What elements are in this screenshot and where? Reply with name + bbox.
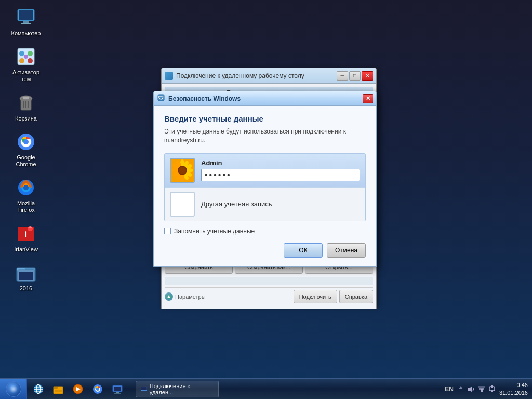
admin-avatar	[170, 158, 195, 183]
rdp-params-area[interactable]: Параметры	[165, 292, 206, 301]
rdp-params-icon	[165, 292, 173, 301]
security-titlebar: 🛡 Безопасность Windows ✕	[154, 91, 376, 106]
svg-marker-68	[459, 386, 463, 389]
remember-checkbox[interactable]	[164, 228, 171, 234]
security-body: Введите учетные данные Эти учетные данны…	[154, 106, 376, 266]
start-button[interactable]	[0, 379, 27, 400]
security-header: Введите учетные данные	[164, 114, 366, 123]
rdp-title-bg: Подключение к удаленному рабочему столу	[176, 72, 337, 79]
security-close-btn[interactable]: ✕	[363, 94, 373, 103]
desktop-icon-area: Компьютер Активатортем	[5, 5, 47, 294]
tray-power-icon[interactable]	[488, 385, 496, 393]
admin-username: Admin	[201, 159, 360, 167]
taskbar-tray: EN	[441, 381, 532, 396]
svg-rect-74	[491, 390, 493, 392]
computer-icon-label: Компьютер	[11, 30, 41, 37]
svg-point-21	[23, 185, 29, 190]
language-indicator[interactable]: EN	[445, 385, 454, 393]
system-tray	[457, 385, 496, 393]
clock-time: 0:46	[499, 381, 528, 389]
desktop-icon-irfanview[interactable]: i IrfanView	[5, 221, 47, 255]
taskbar-explorer-icon[interactable]	[49, 380, 68, 398]
admin-account-info: Admin	[201, 159, 360, 181]
desktop-icon-firefox[interactable]: MozillaFirefox	[5, 175, 47, 216]
computer-icon	[16, 7, 36, 28]
svg-rect-67	[141, 387, 147, 390]
svg-point-8	[28, 58, 33, 63]
svg-point-5	[19, 51, 24, 56]
tray-expand-icon[interactable]	[457, 385, 465, 393]
security-description: Эти учетные данные будут использоваться …	[164, 127, 366, 145]
desktop-icon-themes[interactable]: Активатортем	[5, 44, 47, 85]
themes-icon-label: Активатортем	[12, 69, 39, 83]
rdp-minimize-btn-bg[interactable]: ─	[337, 71, 348, 81]
svg-rect-72	[478, 386, 485, 388]
taskbar-rdp-icon[interactable]	[108, 380, 127, 398]
svg-point-61	[96, 388, 99, 391]
svg-point-47	[179, 167, 186, 174]
other-account-label: Другая учетная запись	[201, 200, 272, 208]
tray-volume-icon[interactable]	[467, 385, 475, 393]
folder-2016-icon	[16, 262, 36, 283]
password-input[interactable]	[201, 169, 360, 181]
cancel-button[interactable]: Отмена	[327, 243, 366, 258]
taskbar-rdp-window-btn[interactable]: Подключение к удален...	[136, 381, 219, 397]
taskbar-quick-launch	[27, 380, 129, 398]
svg-rect-1	[19, 10, 33, 20]
svg-rect-2	[23, 21, 29, 23]
rdp-footer-buttons: Подключить Справка	[294, 290, 373, 303]
taskbar-ie-icon[interactable]	[29, 380, 48, 398]
chrome-icon-label: GoogleChrome	[16, 154, 36, 168]
svg-rect-63	[114, 387, 121, 391]
ok-button[interactable]: ОК	[284, 243, 323, 258]
remember-label: Запомнить учетные данные	[174, 228, 255, 235]
svg-point-18	[23, 139, 29, 144]
chrome-icon	[16, 131, 36, 152]
rdp-connect-btn[interactable]: Подключить	[294, 290, 337, 303]
start-orb	[6, 381, 21, 397]
svg-rect-3	[21, 23, 31, 24]
desktop-icon-computer[interactable]: Компьютер	[5, 5, 47, 39]
irfanview-icon-label: IrfanView	[14, 246, 38, 253]
svg-marker-69	[468, 386, 472, 392]
taskbar: Подключение к удален... EN	[0, 378, 532, 399]
svg-rect-64	[116, 392, 119, 393]
security-buttons: ОК Отмена	[164, 243, 366, 258]
start-orb-inner	[9, 385, 18, 393]
rdp-params-label: Параметры	[175, 294, 206, 300]
remember-row: Запомнить учетные данные	[164, 228, 366, 235]
desktop-icon-trash[interactable]: Корзина	[5, 90, 47, 124]
taskbar-media-icon[interactable]	[69, 380, 87, 398]
firefox-icon-label: MozillaFirefox	[17, 200, 35, 214]
clock[interactable]: 0:46 31.01.2016	[499, 381, 528, 396]
svg-point-6	[28, 51, 33, 56]
rdp-icon-bg	[165, 72, 173, 80]
admin-account-row[interactable]: Admin	[165, 154, 365, 188]
taskbar-chrome-taskbar-icon[interactable]	[88, 380, 107, 398]
svg-text:i: i	[25, 230, 27, 238]
svg-rect-54	[54, 387, 58, 389]
svg-rect-12	[23, 97, 29, 99]
firefox-icon	[16, 177, 36, 198]
trash-icon	[16, 92, 36, 113]
svg-point-7	[19, 58, 24, 63]
other-account-row[interactable]: Другая учетная запись	[165, 188, 365, 221]
folder-2016-icon-label: 2016	[20, 285, 32, 292]
security-desc-text: Эти учетные данные будут использоваться …	[164, 128, 346, 135]
security-dialog: 🛡 Безопасность Windows ✕ Введите учетные…	[153, 91, 377, 267]
rdp-help-btn[interactable]: Справка	[339, 290, 373, 303]
svg-rect-56	[55, 391, 62, 392]
desktop-icon-2016[interactable]: 2016	[5, 260, 47, 294]
svg-rect-55	[55, 390, 62, 391]
rdp-close-btn-bg[interactable]: ✕	[362, 71, 373, 81]
rdp-maximize-btn-bg[interactable]: □	[349, 71, 361, 81]
security-title-text: Безопасность Windows	[168, 95, 363, 102]
desktop: Компьютер Активатортем	[0, 0, 532, 399]
svg-text:🛡: 🛡	[158, 95, 164, 101]
desktop-icon-chrome[interactable]: GoogleChrome	[5, 129, 47, 170]
admin-avatar-image	[171, 159, 194, 182]
account-section: Admin Другая учетная запись	[164, 153, 366, 221]
tray-network-icon[interactable]	[477, 385, 486, 393]
svg-point-9	[24, 55, 28, 59]
trash-icon-label: Корзина	[15, 115, 37, 122]
